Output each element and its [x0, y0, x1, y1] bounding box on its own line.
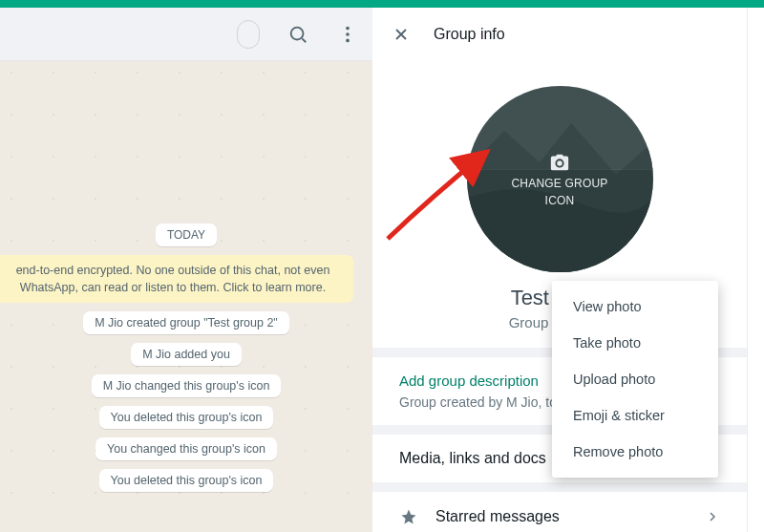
group-info-panel: Group info CHANGE GROU — [372, 8, 747, 532]
group-info-title: Group info — [434, 26, 505, 43]
search-in-chat-button[interactable] — [286, 23, 309, 46]
starred-messages-label: Starred messages — [435, 508, 688, 525]
chat-body: TODAY end-to-end encrypted. No one outsi… — [0, 61, 372, 532]
close-icon — [392, 25, 411, 44]
chat-panel: TODAY end-to-end encrypted. No one outsi… — [0, 8, 372, 532]
more-icon — [337, 24, 358, 45]
group-icon-context-menu: View photo Take photo Upload photo Emoji… — [552, 281, 718, 478]
svg-point-2 — [346, 32, 350, 36]
system-message: You deleted this group's icon — [99, 469, 274, 492]
window-right-strip — [747, 8, 764, 532]
system-message: M Jio created group "Test group 2" — [83, 311, 289, 334]
system-message: M Jio changed this group's icon — [92, 374, 282, 397]
svg-point-0 — [291, 27, 304, 39]
ctx-remove-photo[interactable]: Remove photo — [552, 434, 718, 470]
group-info-header: Group info — [372, 8, 747, 61]
app-top-accent-bar — [0, 0, 764, 8]
svg-point-3 — [346, 38, 350, 42]
system-message: M Jio added you — [131, 343, 242, 366]
chevron-right-icon — [705, 509, 720, 524]
group-avatar[interactable]: CHANGE GROUP ICON — [467, 86, 653, 272]
svg-point-1 — [346, 26, 350, 30]
ctx-view-photo[interactable]: View photo — [552, 288, 718, 325]
starred-messages-row[interactable]: Starred messages — [372, 492, 747, 532]
ctx-upload-photo[interactable]: Upload photo — [552, 361, 718, 397]
video-call-button[interactable] — [237, 20, 260, 49]
ctx-emoji-sticker[interactable]: Emoji & sticker — [552, 397, 718, 434]
chat-menu-button[interactable] — [336, 23, 359, 46]
change-icon-label-line2: ICON — [545, 194, 575, 207]
camera-icon — [549, 152, 570, 173]
close-group-info-button[interactable] — [392, 25, 411, 44]
search-icon — [287, 24, 308, 45]
ctx-take-photo[interactable]: Take photo — [552, 325, 718, 361]
change-icon-label-line1: CHANGE GROUP — [511, 177, 607, 190]
system-message: You changed this group's icon — [96, 437, 277, 460]
date-chip: TODAY — [156, 223, 217, 246]
change-group-icon-overlay: CHANGE GROUP ICON — [467, 86, 653, 272]
star-icon — [399, 507, 418, 526]
encryption-banner[interactable]: end-to-end encrypted. No one outside of … — [0, 255, 353, 303]
system-message: You deleted this group's icon — [99, 406, 274, 429]
chat-header — [0, 8, 372, 61]
